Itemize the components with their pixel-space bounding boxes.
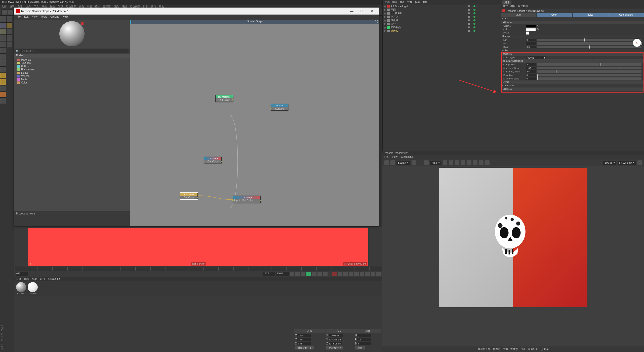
sub-time[interactable]: ▸Time [501, 80, 644, 84]
cube-icon[interactable] [0, 29, 6, 35]
find-nodes-input[interactable] [20, 49, 128, 53]
size-y[interactable] [329, 338, 342, 341]
attr-menu-item[interactable]: 模式 [503, 5, 508, 8]
mat-tab[interactable]: Cycles 4D [48, 278, 60, 281]
node-category[interactable]: Materials [14, 58, 130, 61]
timeline-start[interactable]: 0 F [16, 272, 28, 276]
color2-swatch[interactable] [526, 28, 536, 31]
timeline-ruler[interactable] [15, 267, 382, 271]
hierarchy-item[interactable]: ⊟随机域 [383, 19, 501, 22]
coords-apply-button[interactable]: 应用 [355, 346, 365, 349]
tab-basic[interactable]: 基本 [501, 13, 537, 17]
attrib-panel-tab[interactable]: 属性 [502, 1, 511, 5]
max-field[interactable]: 1 [526, 42, 536, 45]
tab-coordinates[interactable]: Coordinates [608, 13, 644, 17]
move-tool-icon[interactable] [0, 22, 6, 28]
record-icon[interactable] [332, 272, 337, 276]
h-menu-item[interactable]: 对象 [407, 1, 412, 4]
noise-type-dropdown[interactable]: Fractal▾ [526, 56, 546, 59]
h-menu-item[interactable]: 文件 [385, 1, 390, 4]
object-icon[interactable] [0, 48, 6, 54]
node-category[interactable]: Utilities [14, 65, 130, 68]
complexity-field[interactable]: 20 [526, 63, 536, 66]
node-category[interactable]: Environment [14, 68, 130, 71]
next-key-icon[interactable] [317, 272, 322, 276]
render-icon[interactable] [384, 160, 389, 165]
shader-menu-item[interactable]: File [17, 15, 21, 19]
node-category[interactable]: Volume [14, 74, 130, 78]
node-rs-material[interactable]: RS Material Out Color [215, 95, 233, 102]
node-rs-ramp-2[interactable]: RS Ramp Input Out Color [233, 196, 261, 203]
rv-menu-item[interactable]: View [392, 156, 397, 159]
node-category[interactable]: Textures [14, 61, 130, 65]
rot-b[interactable] [357, 342, 371, 345]
aov-dropdown[interactable]: Beauty ▾ [396, 161, 410, 165]
node-category[interactable]: Math [14, 78, 130, 81]
shader-menu-item[interactable]: Options [50, 15, 59, 19]
size-z[interactable] [329, 342, 342, 345]
shader-menu-item[interactable]: Help [63, 15, 68, 19]
sub-general[interactable]: ▾General [501, 21, 644, 24]
shader-menu-item[interactable]: Edit [24, 15, 28, 19]
freeze-icon[interactable] [455, 160, 459, 165]
wp-icon[interactable] [0, 92, 6, 98]
node-rs-noise[interactable]: RS Noise Out Color [180, 193, 198, 199]
timeline-end[interactable]: 150 F [263, 272, 275, 276]
h-menu-item[interactable]: 编辑 [392, 1, 397, 4]
timeline-current[interactable]: 150 F [276, 272, 289, 276]
tab-noise[interactable]: Noise [573, 13, 608, 17]
bucket-icon[interactable] [424, 160, 429, 165]
distscale-field[interactable]: 0 [526, 77, 536, 80]
bias-slider[interactable] [537, 46, 641, 48]
mat-tab[interactable]: 编辑 [24, 278, 29, 281]
perspective-viewport[interactable]: y 帧速：142.9 网格间距：10000 cm [28, 228, 368, 266]
r-icon[interactable] [360, 272, 364, 276]
res-dropdown[interactable]: Auto ▾ [430, 161, 441, 165]
point-icon[interactable] [0, 66, 6, 72]
amplitude-slider[interactable] [537, 67, 641, 69]
edge-icon[interactable] [0, 60, 6, 66]
grid-icon[interactable] [449, 160, 453, 165]
p-icon[interactable] [349, 272, 353, 276]
pos-x[interactable] [297, 334, 311, 337]
goto-start-icon[interactable] [290, 272, 294, 276]
layout1-icon[interactable] [473, 160, 477, 165]
snap-icon[interactable] [0, 85, 6, 91]
opt-icon[interactable] [376, 272, 381, 276]
mat-tab[interactable]: 创建 [16, 278, 21, 281]
h-menu-item[interactable]: 标签 [415, 1, 420, 4]
key-icon[interactable] [343, 272, 348, 276]
min-slider[interactable] [537, 39, 641, 41]
pla-icon[interactable] [371, 272, 375, 276]
node-rs-ramp-1[interactable]: RS Ramp Out Color [204, 157, 222, 163]
t4-icon[interactable] [6, 41, 12, 47]
distscale-slider[interactable] [537, 77, 641, 80]
distortion-field[interactable]: 0 [526, 74, 536, 76]
canvas-expand-icon[interactable]: ⛶ [375, 20, 378, 23]
distortion-slider[interactable] [537, 74, 641, 76]
redo-icon[interactable] [8, 9, 14, 15]
pos-z[interactable] [297, 342, 311, 345]
node-output[interactable]: Output Surface [271, 104, 288, 111]
next-frame-icon[interactable] [312, 272, 316, 276]
sub-coords-general[interactable]: ▸General [501, 87, 644, 91]
hierarchy-item[interactable]: ⊟骷髅头 [383, 29, 501, 33]
a-icon[interactable] [365, 272, 370, 276]
checker-icon[interactable] [0, 41, 6, 47]
lock-view-icon[interactable] [443, 160, 447, 165]
mat-tab[interactable]: 纹理 [40, 278, 45, 281]
t2-icon[interactable] [6, 29, 12, 35]
undo-icon[interactable] [2, 9, 7, 15]
pos-y[interactable] [297, 338, 311, 341]
attr-menu-item[interactable]: 编辑 [510, 5, 515, 8]
node-category[interactable]: Color [14, 81, 130, 84]
render-viewport[interactable] [382, 166, 644, 346]
fit-dropdown[interactable]: Fit Window ▾ [618, 161, 636, 165]
poly-icon[interactable] [0, 54, 6, 60]
hierarchy-item[interactable]: ⊟RS Dome Light [383, 5, 501, 8]
material-item[interactable]: RS Mate [28, 282, 38, 294]
close-icon[interactable]: ✕ [367, 8, 377, 14]
shader-canvas[interactable]: Shader Graph ⛶ RS Material Out Color Out… [130, 20, 379, 226]
max-slider[interactable] [537, 42, 641, 45]
bias-field[interactable]: 0.5 [526, 46, 536, 48]
